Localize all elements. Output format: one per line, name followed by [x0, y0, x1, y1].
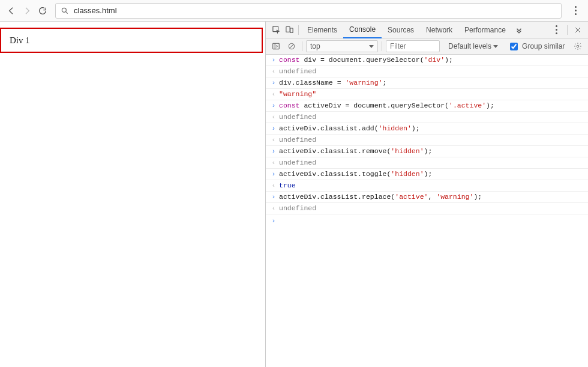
group-similar-checkbox[interactable] [510, 43, 518, 50]
console-input-line: ›const activeDiv = document.querySelecto… [266, 100, 588, 112]
console-output-line: ‹undefined [266, 135, 588, 146]
tab-sources[interactable]: Sources [382, 22, 420, 38]
page-viewport: Div 1 [0, 22, 266, 367]
separator [302, 41, 302, 51]
console-input-line: ›activeDiv.classList.remove('hidden'); [266, 146, 588, 157]
device-toolbar-icon[interactable] [283, 23, 296, 37]
svg-rect-4 [290, 28, 292, 33]
url-input[interactable] [73, 5, 556, 16]
browser-toolbar [0, 0, 588, 22]
console-line-content: const div = document.querySelector('div'… [279, 55, 588, 65]
input-arrow-icon: › [268, 123, 279, 134]
toggle-console-sidebar-icon[interactable] [269, 40, 283, 53]
tab-elements[interactable]: Elements [301, 22, 343, 38]
separator [382, 41, 382, 51]
console-line-content: activeDiv.classList.add('hidden'); [279, 123, 588, 134]
output-arrow-icon: ‹ [268, 180, 279, 191]
input-arrow-icon: › [268, 146, 279, 157]
svg-line-10 [290, 44, 293, 48]
kebab-icon [575, 6, 577, 15]
more-tabs-icon[interactable] [512, 26, 526, 34]
console-output-line: ‹undefined [266, 66, 588, 77]
console-line-content: activeDiv.classList.toggle('hidden'); [279, 169, 588, 180]
console-toolbar: top Default levels Group similar [266, 38, 588, 55]
separator [567, 25, 568, 35]
svg-point-0 [62, 8, 66, 12]
console-line-content: const activeDiv = document.querySelector… [279, 100, 588, 111]
console-line-content: true [279, 180, 588, 191]
console-output-line: ‹true [266, 180, 588, 192]
output-arrow-icon: ‹ [268, 112, 279, 123]
output-arrow-icon: ‹ [268, 203, 279, 214]
tab-network[interactable]: Network [420, 22, 458, 38]
devtools-panel: Elements Console Sources Network Perform… [266, 22, 588, 367]
console-prompt[interactable]: › [266, 214, 588, 226]
console-line-content: "warning" [279, 89, 588, 100]
console-input-line: ›const div = document.querySelector('div… [266, 55, 588, 66]
console-output[interactable]: ›const div = document.querySelector('div… [266, 55, 588, 367]
input-arrow-icon: › [268, 192, 279, 202]
console-output-line: ‹undefined [266, 112, 588, 123]
console-input-line: ›activeDiv.classList.add('hidden'); [266, 123, 588, 135]
inspect-element-icon[interactable] [269, 23, 283, 37]
console-input-line: ›activeDiv.classList.replace('active', '… [266, 192, 588, 203]
console-line-content: activeDiv.classList.replace('active', 'w… [279, 192, 588, 202]
levels-label: Default levels [448, 42, 491, 50]
input-arrow-icon: › [268, 100, 279, 111]
console-line-content: undefined [279, 203, 588, 214]
browser-menu-button[interactable] [566, 3, 584, 19]
console-line-content: undefined [279, 157, 588, 168]
console-settings-icon[interactable] [571, 40, 584, 53]
address-bar[interactable] [55, 3, 562, 19]
devtools-menu-icon[interactable] [556, 25, 557, 34]
input-arrow-icon: › [268, 169, 279, 180]
svg-rect-7 [273, 43, 280, 49]
group-similar-label: Group similar [522, 42, 565, 50]
console-filter-input[interactable] [386, 40, 440, 52]
search-icon [61, 7, 69, 15]
tab-performance[interactable]: Performance [458, 22, 512, 38]
console-output-line: ‹undefined [266, 203, 588, 214]
input-arrow-icon: › [268, 55, 279, 65]
forward-button[interactable] [19, 3, 35, 19]
input-arrow-icon: › [268, 77, 279, 88]
console-input-line: ›div.className = 'warning'; [266, 77, 588, 89]
div-1-box: Div 1 [0, 28, 263, 53]
chevron-down-icon [369, 45, 374, 48]
console-line-content: div.className = 'warning'; [279, 77, 588, 88]
console-line-content: undefined [279, 135, 588, 145]
output-arrow-icon: ‹ [268, 135, 279, 145]
output-arrow-icon: ‹ [268, 89, 279, 100]
console-line-content: undefined [279, 66, 588, 77]
clear-console-icon[interactable] [285, 40, 298, 53]
svg-point-11 [577, 45, 579, 47]
console-line-content: undefined [279, 112, 588, 123]
console-output-line: ‹"warning" [266, 89, 588, 100]
div-1-text: Div 1 [10, 35, 30, 46]
svg-line-1 [65, 11, 67, 13]
output-arrow-icon: ‹ [268, 66, 279, 77]
log-levels-select[interactable]: Default levels [448, 42, 498, 50]
back-button[interactable] [4, 3, 19, 19]
context-label: top [310, 42, 320, 50]
console-line-content: activeDiv.classList.remove('hidden'); [279, 146, 588, 157]
separator [298, 25, 299, 35]
execution-context-select[interactable]: top [306, 40, 378, 52]
console-output-line: ‹undefined [266, 157, 588, 169]
svg-rect-3 [286, 27, 289, 32]
console-input-line: ›activeDiv.classList.toggle('hidden'); [266, 169, 588, 180]
group-similar-toggle[interactable]: Group similar [508, 41, 565, 52]
input-arrow-icon: › [268, 216, 279, 226]
reload-button[interactable] [35, 3, 50, 19]
output-arrow-icon: ‹ [268, 157, 279, 168]
chevron-down-icon [493, 45, 498, 48]
devtools-tabbar: Elements Console Sources Network Perform… [266, 22, 588, 38]
close-devtools-button[interactable] [571, 23, 584, 37]
tab-console[interactable]: Console [343, 22, 382, 38]
